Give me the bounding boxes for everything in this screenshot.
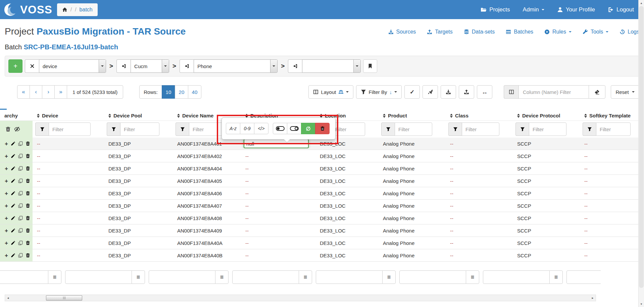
edit-pencil-icon[interactable] [11, 178, 15, 183]
funnel-icon[interactable] [515, 122, 529, 136]
funnel-icon[interactable] [107, 122, 120, 136]
add-row-icon[interactable]: + [5, 203, 8, 209]
numeric-sort-button[interactable]: 0-9 [240, 123, 254, 134]
filter-by-button[interactable]: Filter By ↓ [356, 85, 402, 99]
breadcrumb-current[interactable]: batch [80, 7, 93, 13]
funnel-icon[interactable] [176, 122, 189, 136]
nav-sources[interactable]: Sources [388, 29, 416, 35]
select-dropdown-button[interactable] [353, 60, 360, 72]
column-header-product[interactable]: Product [379, 113, 446, 118]
edit-pencil-icon[interactable] [11, 141, 15, 146]
rows-option-20[interactable]: 20 [175, 85, 188, 99]
footer-input[interactable] [483, 270, 550, 284]
funnel-icon[interactable] [35, 122, 49, 136]
funnel-icon[interactable] [381, 122, 395, 136]
device-protocol-filter-input[interactable] [529, 122, 566, 136]
column-header-softkey-template[interactable]: Softkey Template [580, 113, 644, 118]
footer-input[interactable] [0, 270, 48, 284]
edit-pencil-icon[interactable] [11, 203, 15, 208]
nav-admin[interactable]: Admin [523, 6, 544, 13]
footer-menu-button[interactable]: ≡ [215, 270, 229, 284]
bookmark-button[interactable] [363, 59, 377, 73]
toggle-on-button[interactable] [273, 123, 287, 134]
add-row-icon[interactable]: + [5, 153, 8, 159]
alpha-sort-button[interactable]: A-z [226, 123, 240, 134]
nav-targets[interactable]: Targets [427, 29, 452, 35]
scroll-right-arrow[interactable]: ► [590, 295, 595, 301]
export-button[interactable] [459, 85, 474, 99]
delete-value-button[interactable] [315, 123, 330, 134]
footer-menu-button[interactable]: ≡ [299, 270, 312, 284]
edit-pencil-icon[interactable] [11, 191, 15, 196]
device-pool-filter-input[interactable] [120, 122, 159, 136]
trash-icon[interactable] [26, 241, 30, 245]
edit-pencil-icon[interactable] [11, 216, 15, 220]
add-row-icon[interactable]: + [5, 215, 8, 221]
footer-input[interactable] [399, 270, 466, 284]
set-null-button[interactable]: ∅ [301, 123, 315, 134]
sort-icon[interactable] [320, 114, 323, 118]
add-row-icon[interactable]: + [5, 141, 8, 147]
pager-next-button[interactable]: › [42, 85, 55, 99]
layout-button[interactable]: Layout [308, 85, 353, 99]
nav-logout[interactable]: Logout [608, 6, 634, 13]
jump-back-button-disabled[interactable] [288, 59, 302, 73]
sort-icon[interactable] [584, 114, 587, 118]
device-filter-input[interactable] [49, 122, 91, 136]
batch-name[interactable]: SRC-PB-EMEA-16Jul19-batch [24, 43, 118, 51]
model-type-select[interactable]: device [39, 59, 106, 73]
sort-icon[interactable] [383, 114, 386, 118]
pager-last-button[interactable]: » [54, 85, 67, 99]
footer-menu-button[interactable]: ≡ [48, 270, 61, 284]
scroll-left-arrow[interactable]: ◄ [5, 295, 11, 301]
import-button[interactable] [441, 85, 456, 99]
pager-first-button[interactable]: « [17, 85, 30, 99]
column-header-hierarchy[interactable]: archy [0, 113, 33, 118]
scroll-down-arrow[interactable]: ▼ [639, 301, 644, 307]
toggle-off-button[interactable] [287, 123, 301, 134]
column-header-device-protocol[interactable]: Device Protocol [513, 113, 580, 118]
select-dropdown-button[interactable] [162, 60, 169, 72]
rows-option-10[interactable]: 10 [162, 85, 175, 99]
copy-icon[interactable] [18, 154, 23, 158]
run-batch-button[interactable] [423, 85, 438, 99]
copy-icon[interactable] [18, 191, 23, 196]
add-row-icon[interactable]: + [5, 178, 8, 184]
select-dropdown-button[interactable] [99, 60, 106, 72]
sort-icon[interactable] [450, 114, 453, 118]
trash-icon[interactable] [5, 126, 11, 132]
copy-icon[interactable] [18, 228, 23, 233]
column-header-device[interactable]: Device [33, 113, 104, 118]
voss-brand[interactable]: VOSS [3, 2, 52, 17]
trash-icon[interactable] [26, 216, 30, 220]
nav-your-profile[interactable]: Your Profile [557, 6, 595, 13]
edit-pencil-icon[interactable] [11, 253, 15, 258]
product-filter-input[interactable] [395, 122, 432, 136]
sort-icon[interactable] [245, 114, 248, 118]
sort-icon[interactable] [37, 114, 40, 118]
class-filter-input[interactable] [462, 122, 499, 136]
softkey-template-filter-input[interactable] [596, 122, 631, 136]
footer-input[interactable] [65, 270, 132, 284]
nav-batches[interactable]: Batches [506, 29, 533, 35]
expand-columns-button[interactable]: ↔ [477, 85, 492, 99]
pager-prev-button[interactable]: ‹ [30, 85, 42, 99]
trash-icon[interactable] [26, 228, 30, 233]
horizontal-scrollbar[interactable]: ◄ ► [5, 295, 596, 301]
location-filter-input[interactable] [332, 122, 365, 136]
empty-select[interactable] [302, 59, 361, 73]
sort-icon[interactable] [177, 114, 180, 118]
footer-menu-button[interactable]: ≡ [466, 270, 479, 284]
copy-icon[interactable] [18, 203, 23, 208]
sort-icon[interactable] [517, 114, 520, 118]
vertical-scrollbar[interactable]: ▲ ▼ [638, 0, 644, 307]
nav-projects[interactable]: Projects [481, 6, 510, 13]
edit-pencil-icon[interactable] [11, 166, 15, 171]
nav-data-sets[interactable]: Data-sets [464, 29, 495, 35]
footer-menu-button[interactable]: ≡ [382, 270, 396, 284]
eye-slash-icon[interactable] [14, 126, 20, 132]
trash-icon[interactable] [26, 253, 30, 258]
trash-icon[interactable] [26, 178, 30, 183]
trash-icon[interactable] [26, 166, 30, 171]
funnel-icon[interactable] [448, 122, 462, 136]
